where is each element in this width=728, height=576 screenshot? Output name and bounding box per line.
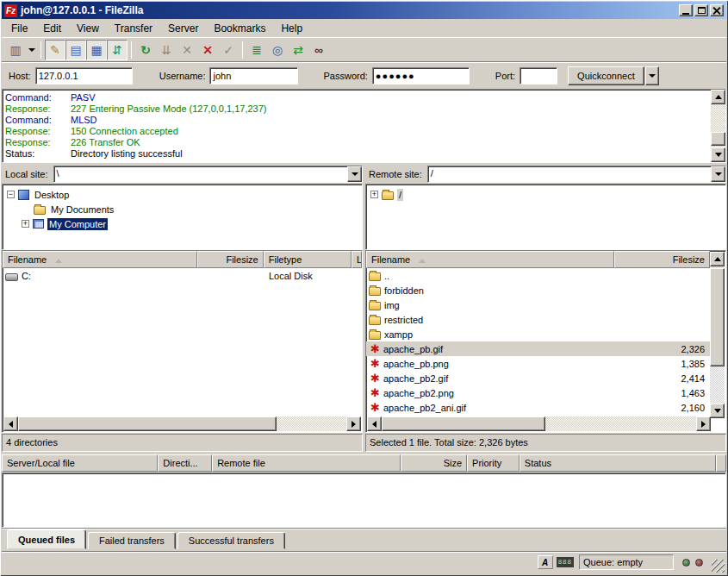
scroll-right-button[interactable] xyxy=(696,416,711,431)
quickconnect-dropdown[interactable] xyxy=(645,66,659,85)
minimize-button[interactable] xyxy=(679,4,693,16)
resize-grip[interactable] xyxy=(712,560,725,573)
tab-queued-files[interactable]: Queued files xyxy=(7,529,86,549)
local-file-list[interactable]: Filename Filesize Filetype L C: Local Di… xyxy=(2,250,363,433)
sync-browsing-button[interactable]: ⇄ xyxy=(288,40,308,60)
port-input[interactable] xyxy=(520,67,557,85)
folder-row[interactable]: restricted xyxy=(366,312,710,327)
scroll-up-button[interactable] xyxy=(710,252,725,266)
close-button[interactable] xyxy=(710,4,724,16)
column-header-direction[interactable]: Directi... xyxy=(158,454,212,472)
remote-horizontal-scrollbar[interactable] xyxy=(367,416,711,431)
tab-successful-transfers[interactable]: Successful transfers xyxy=(177,532,285,549)
local-file-row[interactable]: C: Local Disk xyxy=(3,268,362,283)
password-input[interactable] xyxy=(372,67,470,85)
scroll-track[interactable] xyxy=(18,416,346,431)
folder-row[interactable]: img xyxy=(366,297,710,312)
local-directory-tree[interactable]: − Desktop My Documents + My Computer xyxy=(2,184,363,250)
scroll-thumb[interactable] xyxy=(710,268,725,366)
log-scrollbar[interactable] xyxy=(711,90,725,162)
collapse-icon[interactable]: − xyxy=(7,191,15,198)
process-queue-button[interactable]: ⇊ xyxy=(156,40,177,60)
binoculars-icon: ∞ xyxy=(314,43,323,57)
menu-bookmarks[interactable]: Bookmarks xyxy=(206,20,273,37)
scroll-down-button[interactable] xyxy=(711,147,725,162)
scroll-track[interactable] xyxy=(711,104,725,147)
disconnect-button[interactable]: ✕ xyxy=(197,40,218,60)
toggle-remote-tree-button[interactable]: ▦ xyxy=(86,40,107,60)
expand-icon[interactable]: + xyxy=(22,220,29,228)
remote-directory-tree[interactable]: + / xyxy=(365,184,726,250)
file-row[interactable]: ✱apache_pb2_ani.gif2,160 xyxy=(366,400,710,415)
transfer-type-icon[interactable]: A xyxy=(538,555,553,569)
arrow-down-icon xyxy=(715,153,722,157)
scroll-track[interactable] xyxy=(382,416,696,431)
toggle-message-log-button[interactable]: ✎ xyxy=(45,40,65,60)
column-header-size[interactable]: Size xyxy=(401,454,467,472)
folder-row[interactable]: .. xyxy=(366,268,710,283)
local-site-dropdown[interactable] xyxy=(347,166,362,182)
menu-file[interactable]: File xyxy=(3,20,35,37)
scroll-up-button[interactable] xyxy=(711,90,725,104)
column-header-status[interactable]: Status xyxy=(520,454,716,472)
column-header-filename[interactable]: Filename xyxy=(3,251,197,268)
cancel-operation-button[interactable]: ✕ xyxy=(177,40,197,60)
remote-vertical-scrollbar[interactable] xyxy=(710,252,725,418)
column-header-priority[interactable]: Priority xyxy=(467,454,520,472)
file-row[interactable]: ✱apache_pb2.png1,463 xyxy=(366,385,710,400)
scroll-left-button[interactable] xyxy=(367,416,382,431)
remote-site-dropdown[interactable] xyxy=(711,166,725,182)
host-input[interactable] xyxy=(35,67,133,85)
scroll-thumb[interactable] xyxy=(18,416,277,431)
tree-item-my-computer[interactable]: + My Computer xyxy=(3,216,362,231)
toggle-local-tree-button[interactable]: ▤ xyxy=(65,40,86,60)
column-header-filesize[interactable]: Filesize xyxy=(614,251,710,268)
tree-item-root[interactable]: + / xyxy=(366,187,725,202)
find-files-button[interactable]: ∞ xyxy=(308,40,329,60)
column-header-remote-file[interactable]: Remote file xyxy=(212,454,401,472)
remote-site-combo[interactable]: / xyxy=(427,166,726,183)
scroll-track[interactable] xyxy=(710,266,725,404)
toggle-transfer-queue-button[interactable]: ⇵ xyxy=(107,40,128,60)
site-manager-dropdown[interactable] xyxy=(26,40,37,60)
speedlimit-icon[interactable]: 888 xyxy=(557,557,574,567)
tab-failed-transfers[interactable]: Failed transfers xyxy=(88,532,176,549)
column-header-filetype[interactable]: Filetype xyxy=(264,251,352,268)
menu-edit[interactable]: Edit xyxy=(35,20,69,37)
scroll-thumb[interactable] xyxy=(711,132,725,146)
folder-row[interactable]: xampp xyxy=(366,327,710,341)
tree-item-desktop[interactable]: − Desktop xyxy=(3,187,362,202)
quickconnect-button[interactable]: Quickconnect xyxy=(568,66,644,85)
folder-row[interactable]: forbidden xyxy=(366,283,710,297)
directory-compare-button[interactable]: ◎ xyxy=(267,40,288,60)
tree-item-my-documents[interactable]: My Documents xyxy=(3,202,362,216)
remote-file-list[interactable]: Filename Filesize .. forbidden img restr… xyxy=(365,250,726,433)
title-bar[interactable]: Fz john@127.0.0.1 - FileZilla xyxy=(2,2,726,19)
file-row[interactable]: ✱apache_pb2.gif2,414 xyxy=(366,371,710,385)
transfer-queue-list[interactable] xyxy=(2,473,726,528)
site-manager-button[interactable]: ▥ xyxy=(5,40,26,60)
column-header-server-local-file[interactable]: Server/Local file xyxy=(2,454,158,472)
abort-button[interactable]: ✓ xyxy=(218,40,239,60)
filter-button[interactable]: ≣ xyxy=(246,40,267,60)
menu-view[interactable]: View xyxy=(69,20,107,37)
local-site-combo[interactable]: \ xyxy=(53,166,363,183)
local-horizontal-scrollbar[interactable] xyxy=(3,416,361,431)
refresh-button[interactable]: ↻ xyxy=(135,40,156,60)
column-header-lastmodified[interactable]: L xyxy=(352,251,362,268)
column-header-filesize[interactable]: Filesize xyxy=(197,251,263,268)
message-log[interactable]: Command:PASV Response:227 Entering Passi… xyxy=(2,89,726,163)
username-input[interactable] xyxy=(209,67,298,85)
expand-icon[interactable]: + xyxy=(370,191,378,198)
file-row[interactable]: ✱apache_pb.png1,385 xyxy=(366,356,710,371)
scroll-down-button[interactable] xyxy=(710,404,725,418)
scroll-thumb[interactable] xyxy=(382,416,545,431)
scroll-left-button[interactable] xyxy=(3,416,18,431)
menu-transfer[interactable]: Transfer xyxy=(107,20,160,37)
file-row-selected[interactable]: ✱apache_pb.gif2,326 xyxy=(366,341,710,356)
menu-server[interactable]: Server xyxy=(160,20,206,37)
scroll-right-button[interactable] xyxy=(346,416,361,431)
menu-help[interactable]: Help xyxy=(273,20,310,37)
maximize-button[interactable] xyxy=(694,4,708,16)
column-header-filename[interactable]: Filename xyxy=(366,251,614,268)
